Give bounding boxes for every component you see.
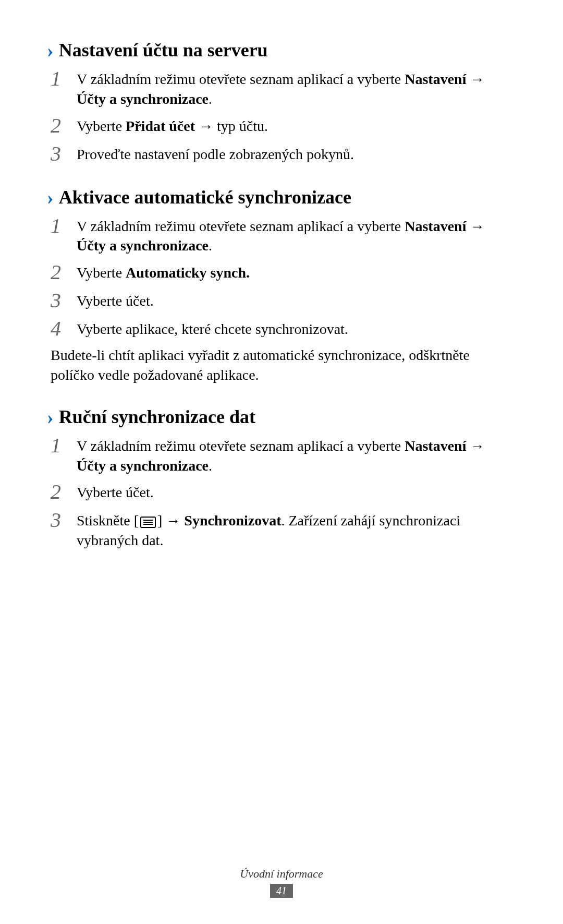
step-number: 1 bbox=[51, 214, 70, 237]
step-text: Vyberte účet. bbox=[77, 289, 154, 311]
step-number: 3 bbox=[51, 509, 70, 532]
step-text: V základním režimu otevřete seznam aplik… bbox=[77, 67, 516, 109]
chevron-right-icon: › bbox=[47, 407, 54, 427]
section-note: Budete-li chtít aplikaci vyřadit z autom… bbox=[47, 345, 516, 385]
step-number: 4 bbox=[51, 317, 70, 340]
step-number: 2 bbox=[51, 481, 70, 503]
page-number: 41 bbox=[270, 884, 293, 898]
step-item: 2 Vyberte účet. bbox=[47, 481, 516, 503]
page-content: › Nastavení účtu na serveru 1 V základní… bbox=[0, 0, 563, 550]
step-number: 2 bbox=[51, 261, 70, 284]
step-number: 2 bbox=[51, 114, 70, 137]
section-manual-sync: › Ruční synchronizace dat 1 V základním … bbox=[47, 406, 516, 550]
step-number: 1 bbox=[51, 67, 70, 90]
heading-text: Nastavení účtu na serveru bbox=[59, 39, 268, 61]
step-item: 1 V základním režimu otevřete seznam apl… bbox=[47, 214, 516, 256]
heading-text: Aktivace automatické synchronizace bbox=[59, 186, 351, 208]
step-item: 3 Vyberte účet. bbox=[47, 289, 516, 312]
heading-text: Ruční synchronizace dat bbox=[59, 406, 255, 428]
step-number: 3 bbox=[51, 142, 70, 165]
footer-section-name: Úvodní informace bbox=[0, 867, 563, 881]
chevron-right-icon: › bbox=[47, 187, 54, 207]
section-auto-sync: › Aktivace automatické synchronizace 1 V… bbox=[47, 186, 516, 385]
section-heading: › Ruční synchronizace dat bbox=[47, 406, 516, 428]
step-text: Proveďte nastavení podle zobrazených pok… bbox=[77, 142, 354, 164]
step-number: 1 bbox=[51, 434, 70, 457]
step-item: 3 Stiskněte [] → Synchronizovat. Zařízen… bbox=[47, 509, 516, 550]
step-item: 1 V základním režimu otevřete seznam apl… bbox=[47, 434, 516, 476]
step-text: Vyberte účet. bbox=[77, 481, 154, 502]
step-text: V základním režimu otevřete seznam aplik… bbox=[77, 434, 516, 476]
step-number: 3 bbox=[51, 289, 70, 312]
section-account-setup: › Nastavení účtu na serveru 1 V základní… bbox=[47, 39, 516, 165]
page-footer: Úvodní informace 41 bbox=[0, 867, 563, 898]
step-item: 2 Vyberte Přidat účet → typ účtu. bbox=[47, 114, 516, 137]
step-text: Vyberte aplikace, které chcete synchroni… bbox=[77, 317, 348, 339]
step-text: V základním režimu otevřete seznam aplik… bbox=[77, 214, 516, 256]
chevron-right-icon: › bbox=[47, 40, 54, 60]
menu-icon bbox=[140, 517, 156, 528]
step-item: 4 Vyberte aplikace, které chcete synchro… bbox=[47, 317, 516, 340]
step-item: 2 Vyberte Automaticky synch. bbox=[47, 261, 516, 284]
step-item: 3 Proveďte nastavení podle zobrazených p… bbox=[47, 142, 516, 165]
step-text: Vyberte Přidat účet → typ účtu. bbox=[77, 114, 268, 136]
section-heading: › Aktivace automatické synchronizace bbox=[47, 186, 516, 208]
step-text: Vyberte Automaticky synch. bbox=[77, 261, 250, 283]
step-text: Stiskněte [] → Synchronizovat. Zařízení … bbox=[77, 509, 516, 550]
step-item: 1 V základním režimu otevřete seznam apl… bbox=[47, 67, 516, 109]
section-heading: › Nastavení účtu na serveru bbox=[47, 39, 516, 61]
